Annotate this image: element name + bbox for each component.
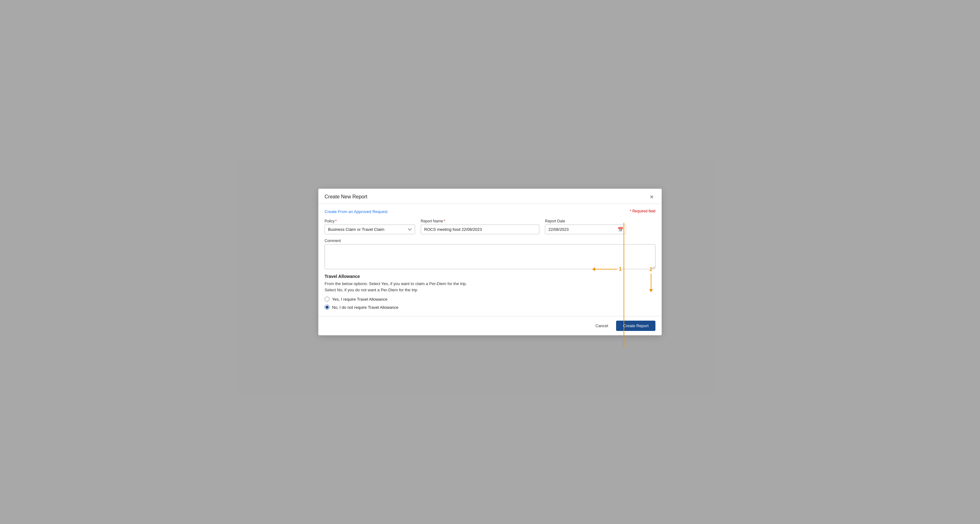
modal-footer: Cancel Create Report bbox=[318, 316, 662, 335]
arrow-line-horizontal bbox=[595, 269, 617, 270]
travel-allowance-desc-line2: Select No, if you do not want a Per-Diem… bbox=[325, 287, 655, 293]
comment-group: Comment bbox=[325, 238, 655, 270]
report-date-group: Report Date 📅 bbox=[545, 219, 626, 234]
report-date-input[interactable] bbox=[545, 225, 626, 234]
date-input-wrapper: 📅 bbox=[545, 225, 626, 234]
comment-textarea[interactable] bbox=[325, 244, 655, 269]
report-name-required-star: * bbox=[444, 219, 445, 223]
annotation-number-2: 2 bbox=[650, 267, 652, 272]
create-from-approved-request-link[interactable]: Create From an Approved Request bbox=[325, 209, 388, 214]
form-row-fields: Policy* Business Claim or Travel Claim R… bbox=[325, 219, 655, 234]
policy-label: Policy* bbox=[325, 219, 415, 223]
report-name-label: Report Name* bbox=[421, 219, 539, 223]
report-name-group: Report Name* bbox=[421, 219, 539, 234]
modal-dialog: Create New Report × 1 2 Create From an A… bbox=[318, 189, 662, 335]
arrow-head-left-icon bbox=[592, 267, 595, 271]
travel-allowance-desc-line1: From the below options: Select Yes, if y… bbox=[325, 281, 655, 287]
modal-overlay: Create New Report × 1 2 Create From an A… bbox=[0, 0, 980, 524]
report-name-input[interactable] bbox=[421, 225, 539, 234]
annotation-arrow-1: 1 bbox=[592, 266, 622, 272]
radio-no[interactable] bbox=[325, 305, 329, 310]
radio-no-label: No, I do not require Travel Allowance bbox=[332, 305, 398, 310]
radio-option-no[interactable]: No, I do not require Travel Allowance bbox=[325, 305, 655, 310]
radio-option-yes[interactable]: Yes, I require Travel Allowance bbox=[325, 297, 655, 302]
cancel-button[interactable]: Cancel bbox=[591, 321, 612, 330]
policy-group: Policy* Business Claim or Travel Claim bbox=[325, 219, 415, 234]
arrow-line-vertical-2 bbox=[651, 273, 651, 289]
required-field-note: * Required field bbox=[630, 209, 655, 213]
modal-header: Create New Report × bbox=[318, 189, 662, 204]
comment-label: Comment bbox=[325, 238, 655, 243]
annotation-line-vertical bbox=[624, 223, 624, 348]
radio-yes[interactable] bbox=[325, 297, 329, 302]
annotation-2: 2 bbox=[649, 267, 653, 292]
create-report-button[interactable]: Create Report bbox=[616, 321, 655, 331]
policy-required-star: * bbox=[335, 219, 337, 223]
radio-yes-label: Yes, I require Travel Allowance bbox=[332, 297, 387, 302]
modal-body: 1 2 Create From an Approved Request * Re… bbox=[318, 204, 662, 310]
travel-allowance-title: Travel Allowance bbox=[325, 274, 655, 279]
travel-allowance-radio-group: Yes, I require Travel Allowance No, I do… bbox=[325, 297, 655, 310]
arrow-head-down-icon bbox=[649, 289, 653, 292]
close-button[interactable]: × bbox=[648, 193, 655, 200]
travel-allowance-section: Travel Allowance From the below options:… bbox=[325, 274, 655, 310]
policy-select[interactable]: Business Claim or Travel Claim bbox=[325, 225, 415, 234]
annotation-number-1: 1 bbox=[619, 266, 622, 272]
travel-allowance-description: From the below options: Select Yes, if y… bbox=[325, 281, 655, 293]
report-date-label: Report Date bbox=[545, 219, 626, 223]
modal-title: Create New Report bbox=[325, 194, 368, 200]
